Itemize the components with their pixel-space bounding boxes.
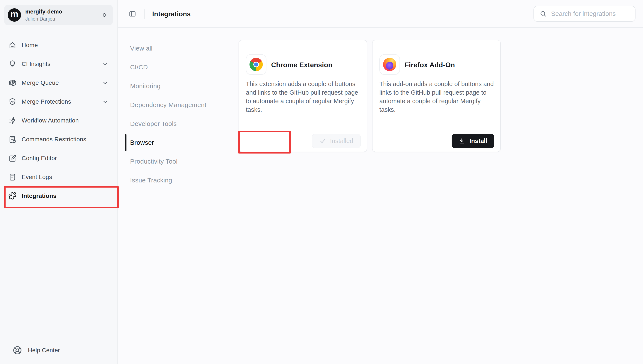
category-divider — [228, 40, 228, 190]
integration-title: Firefox Add-On — [405, 61, 455, 69]
integration-title: Chrome Extension — [271, 61, 333, 69]
page-title: Integrations — [152, 10, 191, 18]
chevron-down-icon[interactable] — [102, 98, 109, 105]
category-developer-tools[interactable]: Developer Tools — [130, 114, 224, 133]
sidebar: m mergify-demo Julien Danjou Home CI Ins… — [0, 0, 118, 364]
sidebar-item-event-logs[interactable]: Event Logs — [0, 168, 117, 186]
workspace-avatar: m — [8, 8, 21, 22]
category-browser[interactable]: Browser — [130, 133, 224, 152]
category-ci-cd[interactable]: CI/CD — [130, 58, 224, 77]
page-header: Integrations — [118, 0, 643, 28]
header-divider — [144, 10, 145, 19]
sidebar-item-merge-protections[interactable]: Merge Protections — [0, 92, 117, 111]
firefox-logo — [383, 58, 396, 71]
home-icon — [8, 41, 17, 50]
sidebar-item-workflow-automation[interactable]: Workflow Automation — [0, 111, 117, 130]
edit-square-icon — [8, 154, 17, 162]
merge-queue-icon — [8, 78, 17, 87]
integration-description: This add-on adds a couple of buttons and… — [379, 80, 495, 114]
download-icon — [458, 138, 465, 144]
workspace-text: mergify-demo Julien Danjou — [25, 8, 101, 22]
search-icon — [539, 10, 547, 17]
integration-card-chrome: Chrome Extension This extension adds a c… — [238, 40, 367, 152]
sidebar-toggle-icon[interactable] — [129, 10, 136, 18]
category-monitoring[interactable]: Monitoring — [130, 77, 224, 96]
integration-description: This extension adds a couple of buttons … — [246, 80, 362, 114]
search-input[interactable] — [551, 10, 630, 17]
sidebar-item-home[interactable]: Home — [0, 36, 117, 54]
integration-card-firefox: Firefox Add-On This add-on adds a couple… — [372, 40, 501, 152]
sidebar-nav: Home CI Insights Merge Queue Merge Prote… — [0, 36, 117, 205]
workspace-name: mergify-demo — [25, 8, 101, 15]
shield-check-icon — [8, 98, 17, 106]
main-area: Integrations View all CI/CD Monitoring D… — [118, 0, 643, 364]
puzzle-icon — [8, 192, 17, 200]
sidebar-item-integrations[interactable]: Integrations — [0, 186, 117, 205]
sidebar-item-config-editor[interactable]: Config Editor — [0, 149, 117, 168]
card-footer: Installed — [239, 130, 367, 152]
install-button[interactable]: Install — [452, 134, 494, 148]
integration-logo-tile — [379, 54, 400, 75]
lightbulb-icon — [8, 60, 17, 68]
integration-logo-tile — [246, 54, 266, 75]
sidebar-item-ci-insights[interactable]: CI Insights — [0, 54, 117, 74]
installed-button[interactable]: Installed — [312, 134, 361, 148]
workspace-owner: Julien Danjou — [25, 16, 101, 22]
lifebuoy-icon — [12, 345, 23, 356]
chevron-down-icon[interactable] — [102, 79, 109, 86]
chevron-down-icon[interactable] — [102, 60, 109, 68]
sidebar-item-commands-restrictions[interactable]: Commands Restrictions — [0, 130, 117, 149]
category-dependency-management[interactable]: Dependency Management — [130, 96, 224, 114]
category-view-all[interactable]: View all — [130, 39, 224, 58]
doc-lines-icon — [8, 173, 17, 181]
category-productivity-tool[interactable]: Productivity Tool — [130, 152, 224, 171]
check-icon — [319, 138, 326, 144]
doc-lock-icon — [8, 135, 17, 144]
help-center-link[interactable]: Help Center — [12, 345, 60, 356]
sidebar-item-merge-queue[interactable]: Merge Queue — [0, 74, 117, 92]
bolt-lines-icon — [8, 116, 17, 125]
workspace-switcher[interactable]: m mergify-demo Julien Danjou — [4, 5, 113, 25]
chrome-logo — [249, 58, 263, 71]
category-list: View all CI/CD Monitoring Dependency Man… — [130, 39, 224, 190]
chevrons-up-down-icon — [101, 11, 108, 19]
category-issue-tracking[interactable]: Issue Tracking — [130, 171, 224, 190]
card-footer: Install — [373, 130, 500, 152]
help-center-label: Help Center — [28, 347, 60, 354]
search-box[interactable] — [533, 6, 635, 22]
